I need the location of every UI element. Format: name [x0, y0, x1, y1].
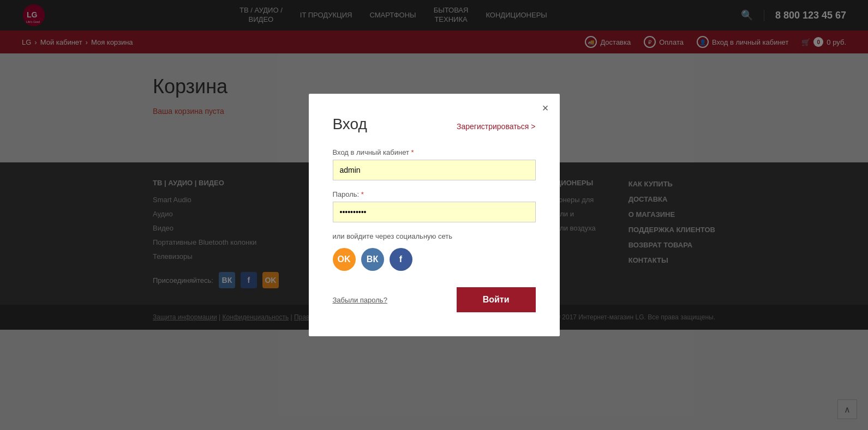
modal-overlay: × Вход Зарегистрироваться > Вход в личны…	[0, 0, 868, 430]
password-required: *	[361, 190, 364, 198]
login-fb-button[interactable]: f	[390, 248, 412, 271]
register-link[interactable]: Зарегистрироваться >	[457, 122, 535, 131]
forgot-password-link[interactable]: Забыли пароль?	[333, 296, 387, 304]
login-button[interactable]: Войти	[457, 287, 536, 312]
password-input[interactable]	[333, 202, 536, 222]
username-input[interactable]	[333, 160, 536, 180]
login-vk-button[interactable]: ВК	[361, 248, 384, 271]
social-login-buttons: OK ВК f	[333, 248, 536, 271]
modal-footer: Забыли пароль? Войти	[333, 287, 536, 312]
social-login-label: или войдите через социальную сеть	[333, 232, 536, 240]
login-ok-button[interactable]: OK	[333, 248, 356, 271]
username-label: Вход в личный кабинет *	[333, 148, 536, 156]
modal-close-button[interactable]: ×	[542, 102, 549, 113]
password-label: Пароль: *	[333, 190, 536, 198]
modal-header: Вход Зарегистрироваться >	[333, 116, 536, 133]
login-modal: × Вход Зарегистрироваться > Вход в личны…	[309, 94, 560, 336]
username-required: *	[411, 148, 414, 156]
modal-title: Вход	[333, 116, 367, 133]
